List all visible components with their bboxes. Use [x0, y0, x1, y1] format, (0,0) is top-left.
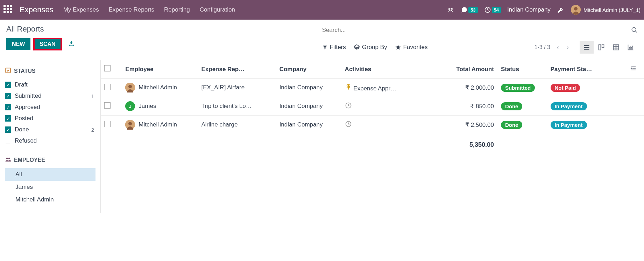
nav-expense-reports[interactable]: Expense Reports: [109, 6, 154, 13]
svg-rect-6: [584, 49, 589, 50]
employee-name: James: [139, 103, 156, 110]
th-payment[interactable]: Payment Sta…: [547, 60, 623, 78]
checkbox[interactable]: [5, 115, 11, 122]
scan-button[interactable]: SCAN: [33, 38, 62, 50]
employee-filter-item[interactable]: All: [5, 168, 95, 181]
nav-reporting[interactable]: Reporting: [164, 6, 190, 13]
svg-rect-9: [614, 45, 619, 50]
status-filter-item[interactable]: Approved: [5, 102, 95, 113]
amount: ₹ 2,000.00: [434, 78, 497, 97]
import-icon[interactable]: [68, 40, 75, 48]
employee-filter-item[interactable]: James: [5, 181, 95, 193]
status-facet-header[interactable]: STATUS: [5, 67, 95, 75]
amount: ₹ 2,500.00: [434, 116, 497, 134]
nav-menu: My Expenses Expense Reports Reporting Co…: [63, 6, 447, 13]
groupby-button[interactable]: Group By: [354, 44, 387, 51]
status-filter-item[interactable]: Refused: [5, 135, 95, 146]
select-all-checkbox[interactable]: [104, 65, 111, 71]
total-amount: 5,350.00: [434, 134, 497, 156]
report-name: [EX_AIR] Airfare: [198, 78, 276, 97]
table-row[interactable]: Mitchell Admin Airline charge Indian Com…: [101, 116, 644, 134]
employee-facet-header[interactable]: EMPLOYEE: [5, 156, 95, 164]
payment-badge: In Payment: [551, 102, 587, 110]
status-label: Approved: [15, 104, 94, 111]
row-checkbox[interactable]: [104, 102, 111, 109]
checkbox[interactable]: [5, 104, 11, 110]
top-navbar: Expenses My Expenses Expense Reports Rep…: [0, 0, 644, 20]
messages-count: 53: [468, 7, 477, 13]
favorites-button[interactable]: Favorites: [395, 44, 428, 51]
nav-my-expenses[interactable]: My Expenses: [63, 6, 99, 13]
activities-button[interactable]: 54: [484, 6, 501, 13]
messages-button[interactable]: 53: [461, 6, 477, 13]
favorites-label: Favorites: [403, 44, 428, 51]
th-activities[interactable]: Activities: [341, 60, 434, 78]
svg-point-15: [128, 85, 132, 88]
control-panel: All Reports NEW SCAN Filters Group By: [0, 20, 644, 60]
tools-icon[interactable]: [557, 6, 565, 14]
company-name: Indian Company: [276, 116, 341, 134]
avatar: [125, 83, 135, 92]
new-button[interactable]: NEW: [6, 38, 30, 50]
pager-prev[interactable]: ‹: [554, 44, 562, 51]
activity-icon[interactable]: [345, 122, 352, 129]
app-title: Expenses: [20, 5, 54, 14]
checkbox[interactable]: [5, 82, 11, 88]
status-header-label: STATUS: [14, 68, 36, 74]
checkbox[interactable]: [5, 93, 11, 99]
filter-sidebar: STATUS Draft Submitted 1 Approved Posted…: [0, 60, 101, 213]
status-badge: Done: [501, 102, 523, 110]
status-label: Refused: [15, 137, 94, 144]
status-badge: Done: [501, 121, 523, 129]
row-checkbox[interactable]: [104, 121, 111, 127]
status-filter-item[interactable]: Submitted 1: [5, 90, 95, 102]
svg-point-18: [128, 122, 132, 125]
table-row[interactable]: Mitchell Admin [EX_AIR] Airfare Indian C…: [101, 78, 644, 97]
svg-point-2: [574, 7, 578, 11]
employee-filter-item[interactable]: Mitchell Admin: [5, 193, 95, 206]
activity-text: Expense Appr…: [353, 85, 396, 92]
status-filter-item[interactable]: Posted: [5, 113, 95, 124]
user-name: Mitchell Admin (JULY_1): [583, 7, 641, 13]
th-status[interactable]: Status: [497, 60, 547, 78]
view-graph-button[interactable]: [624, 41, 638, 54]
search-bar: [322, 25, 638, 36]
pager-range[interactable]: 1-3 / 3: [535, 44, 550, 50]
checkbox[interactable]: [5, 126, 11, 133]
people-icon: [5, 156, 11, 164]
groupby-label: Group By: [362, 44, 387, 51]
table-row[interactable]: JJames Trip to client's Lo… Indian Compa…: [101, 97, 644, 116]
th-company[interactable]: Company: [276, 60, 341, 78]
activity-icon[interactable]: [345, 85, 352, 92]
row-checkbox[interactable]: [104, 84, 111, 90]
svg-rect-5: [584, 47, 589, 48]
th-amount[interactable]: Total Amount: [434, 60, 497, 78]
bug-icon[interactable]: [447, 6, 454, 14]
employee-header-label: EMPLOYEE: [14, 157, 45, 163]
filters-button[interactable]: Filters: [322, 44, 346, 51]
status-filter-item[interactable]: Draft: [5, 79, 95, 90]
company-switcher[interactable]: Indian Company: [507, 6, 551, 13]
view-kanban-button[interactable]: [594, 41, 608, 54]
nav-configuration[interactable]: Configuration: [200, 6, 235, 13]
user-menu[interactable]: Mitchell Admin (JULY_1): [571, 5, 641, 15]
view-switcher: [580, 41, 638, 54]
view-pivot-button[interactable]: [609, 41, 623, 54]
employee-name: Mitchell Admin: [139, 121, 177, 128]
th-report[interactable]: Expense Rep…: [198, 60, 276, 78]
th-options[interactable]: [623, 60, 644, 78]
svg-point-12: [8, 158, 10, 159]
pager-next[interactable]: ›: [564, 44, 572, 51]
activity-icon[interactable]: [345, 104, 352, 110]
search-input[interactable]: [322, 25, 631, 35]
th-employee[interactable]: Employee: [122, 60, 198, 78]
search-icon[interactable]: [631, 26, 638, 34]
svg-rect-8: [602, 45, 604, 48]
apps-grid-icon[interactable]: [3, 5, 13, 15]
status-label: Posted: [15, 115, 94, 122]
status-filter-item[interactable]: Done 2: [5, 124, 95, 135]
avatar: [571, 5, 581, 15]
checkbox[interactable]: [5, 138, 11, 144]
view-list-button[interactable]: [580, 41, 594, 54]
status-count: 2: [91, 127, 94, 133]
